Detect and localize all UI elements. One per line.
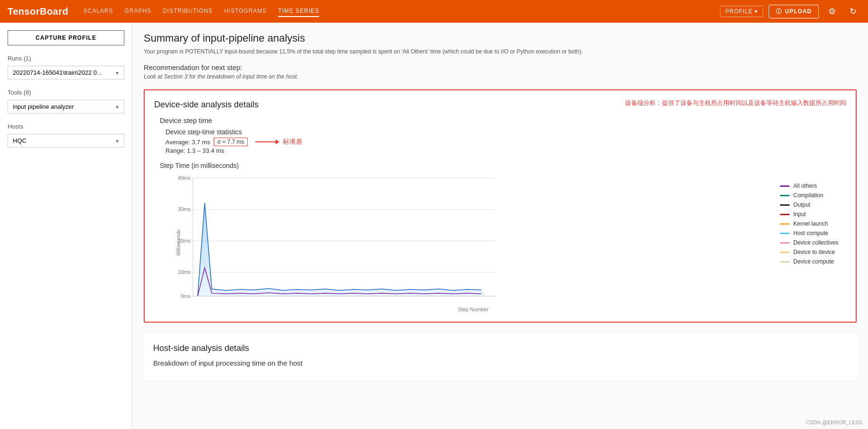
svg-text:40ms: 40ms: [178, 175, 191, 181]
runs-select[interactable]: 20220714-165041\train\2022 0...: [8, 66, 124, 79]
tools-section: Tools (8) input pipeline analyzer: [8, 89, 124, 114]
legend-color-swatch: [780, 261, 790, 263]
chart-area: Milliseconds 40ms: [160, 173, 773, 312]
sidebar: CAPTURE PROFILE Runs (1) 20220714-165041…: [0, 23, 132, 429]
upload-button[interactable]: ⓘ UPLOAD: [769, 5, 819, 18]
legend-label: Output: [793, 201, 810, 208]
device-annotation: 设备端分析：提供了设备与主机所占用时间以及设备等待主机输入数据所占用时间: [625, 99, 846, 107]
legend-label: Device compute: [793, 258, 834, 265]
nav-scalars[interactable]: SCALARS: [83, 6, 113, 17]
tools-select[interactable]: input pipeline analyzer: [8, 100, 124, 114]
legend-label: Device collectives: [793, 239, 838, 246]
legend-item: Host compute: [780, 230, 846, 236]
chart-container: Milliseconds 40ms: [160, 173, 846, 312]
legend-label: All others: [793, 183, 817, 189]
watermark: CSDN @ERROR_LESS: [806, 420, 862, 425]
profile-label: PROFILE: [725, 8, 753, 15]
host-section-title: Host-side analysis details: [153, 343, 847, 353]
chart-svg: Milliseconds 40ms: [174, 173, 773, 312]
stats-range-row: Range: 1.3 – 33.4 ms: [165, 147, 846, 154]
recommendation-text: Look at Section 3 for the breakdown of i…: [144, 73, 857, 80]
legend-color-swatch: [780, 214, 790, 215]
legend-color-swatch: [780, 223, 790, 225]
device-step-time-title: Device step time: [160, 116, 846, 124]
page-subtitle: Your program is POTENTIALLY input-bound …: [144, 47, 857, 56]
legend-label: Host compute: [793, 230, 828, 236]
legend-label: Input: [793, 211, 806, 218]
main-nav: SCALARS GRAPHS DISTRIBUTIONS HISTOGRAMS …: [83, 6, 720, 17]
runs-select-wrapper: 20220714-165041\train\2022 0...: [8, 66, 124, 79]
chart-section: Step Time (in milliseconds) Milliseconds: [160, 162, 846, 312]
page-title: Summary of input-pipeline analysis: [144, 32, 857, 44]
runs-label: Runs (1): [8, 55, 124, 62]
stats-title: Device step-time statistics: [165, 128, 846, 136]
header-right: PROFILE ▾ ⓘ UPLOAD ⚙ ↻: [720, 4, 860, 19]
refresh-icon[interactable]: ↻: [845, 4, 860, 19]
legend-color-swatch: [780, 204, 790, 206]
legend-item: Device compute: [780, 258, 846, 265]
nav-time-series[interactable]: TIME SERIES: [278, 6, 319, 17]
legend-item: Device collectives: [780, 239, 846, 246]
chart-y-label: Milliseconds: [176, 230, 181, 255]
svg-text:0ms: 0ms: [181, 293, 191, 299]
sigma-annotation: 标准差: [283, 138, 303, 146]
legend-item: All others: [780, 183, 846, 189]
app-body: CAPTURE PROFILE Runs (1) 20220714-165041…: [0, 23, 868, 429]
legend-item: Kernel launch: [780, 220, 846, 227]
nav-graphs[interactable]: GRAPHS: [125, 6, 152, 17]
header: TensorBoard SCALARS GRAPHS DISTRIBUTIONS…: [0, 0, 868, 23]
capture-profile-button[interactable]: CAPTURE PROFILE: [8, 30, 124, 45]
upload-icon: ⓘ: [776, 8, 782, 16]
chart-x-label: Step Number: [174, 306, 773, 312]
host-section: Host-side analysis details Breakdown of …: [144, 334, 857, 380]
sigma-box: σ = 7.7 ms: [214, 138, 247, 146]
legend-item: Output: [780, 201, 846, 208]
legend-item: Compilation: [780, 192, 846, 199]
tools-label: Tools (8): [8, 89, 124, 96]
chevron-down-icon: ▾: [755, 8, 758, 15]
stats-average-row: Average: 3.7 ms σ = 7.7 ms 标准差: [165, 138, 846, 146]
legend-label: Compilation: [793, 192, 823, 199]
legend-item: Input: [780, 211, 846, 218]
recommendation-title: Recommendation for next step:: [144, 63, 857, 71]
logo: TensorBoard: [8, 6, 68, 17]
settings-icon[interactable]: ⚙: [825, 4, 840, 19]
legend-label: Kernel launch: [793, 220, 828, 227]
legend-color-swatch: [780, 195, 790, 196]
legend-color-swatch: [780, 185, 790, 187]
runs-section: Runs (1) 20220714-165041\train\2022 0...: [8, 55, 124, 79]
host-subsection-title: Breakdown of input processing time on th…: [153, 359, 847, 367]
legend-color-swatch: [780, 242, 790, 244]
legend-color-swatch: [780, 252, 790, 253]
legend-label: Device to device: [793, 249, 835, 255]
nav-distributions[interactable]: DISTRIBUTIONS: [163, 6, 213, 17]
nav-histograms[interactable]: HISTOGRAMS: [224, 6, 267, 17]
device-side-box: Device-side analysis details 设备端分析：提供了设备…: [144, 89, 857, 323]
profile-dropdown[interactable]: PROFILE ▾: [720, 6, 763, 17]
hosts-section: Hosts HQC: [8, 123, 124, 148]
legend-color-swatch: [780, 233, 790, 234]
recommendation-section: Recommendation for next step: Look at Se…: [144, 63, 857, 80]
hosts-select-wrapper: HQC: [8, 134, 124, 148]
hosts-label: Hosts: [8, 123, 124, 130]
svg-text:30ms: 30ms: [178, 206, 191, 212]
svg-text:10ms: 10ms: [178, 269, 191, 275]
chart-title: Step Time (in milliseconds): [160, 162, 846, 169]
hosts-select[interactable]: HQC: [8, 134, 124, 148]
tools-select-wrapper: input pipeline analyzer: [8, 100, 124, 114]
legend-item: Device to device: [780, 249, 846, 255]
main-content: Summary of input-pipeline analysis Your …: [132, 23, 868, 429]
chart-legend: All others Compilation Output Input Kern…: [780, 173, 846, 268]
